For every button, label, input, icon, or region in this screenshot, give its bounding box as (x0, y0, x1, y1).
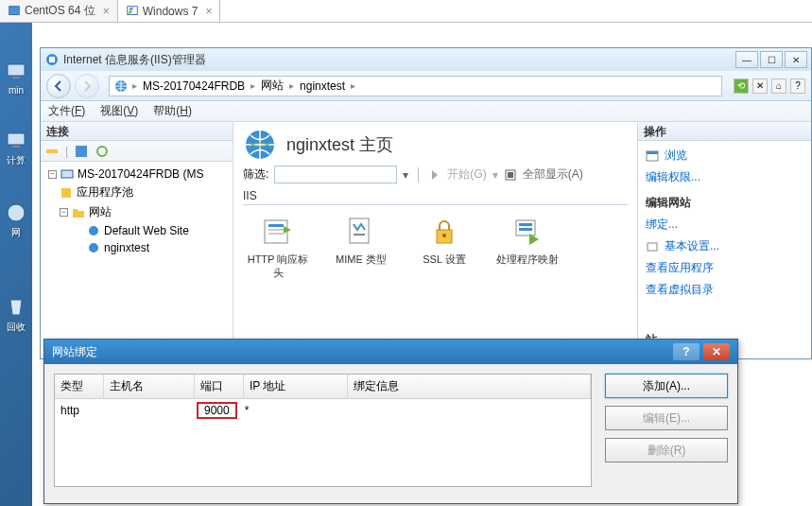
close-button[interactable]: ✕ (785, 51, 807, 68)
tree-node-nginxtest[interactable]: + nginxtest (44, 239, 229, 256)
svg-point-6 (8, 204, 25, 221)
action-edit-permissions[interactable]: 编辑权限... (646, 166, 803, 188)
chevron-right-icon: ▸ (351, 80, 355, 91)
collapse-icon[interactable]: − (48, 170, 57, 179)
desktop-icon[interactable]: 计算 (2, 130, 30, 167)
forward-button[interactable] (75, 74, 99, 98)
connections-toolbar: | (41, 141, 233, 162)
action-group-edit-site: 编辑网站 (646, 192, 803, 214)
tree-label: MS-20170424FRDB (MS (78, 167, 203, 181)
globe-icon (243, 128, 277, 162)
tree-node-apppools[interactable]: 应用程序池 (44, 183, 229, 202)
breadcrumb-item[interactable]: nginxtest (298, 79, 347, 93)
actions-panel: 操作 浏览 编辑权限... 编辑网站 绑定... 基本设置... (637, 122, 811, 358)
mime-icon (344, 215, 378, 249)
action-browse[interactable]: 浏览 (646, 145, 803, 166)
close-icon[interactable]: × (103, 5, 110, 18)
page-title: nginxtest 主页 (286, 133, 393, 156)
http-headers-icon (261, 215, 295, 249)
vm-tab-centos[interactable]: CentOS 64 位 × (0, 0, 118, 22)
collapse-icon[interactable]: − (60, 208, 68, 217)
svg-rect-25 (354, 234, 365, 236)
showall-icon (504, 168, 517, 182)
dialog-help-button[interactable]: ? (673, 343, 700, 360)
col-port[interactable]: 端口 (195, 375, 244, 398)
dialog-close-button[interactable]: ✕ (703, 343, 730, 360)
action-bindings[interactable]: 绑定... (646, 214, 803, 236)
dropdown-icon[interactable]: ▾ (403, 168, 408, 182)
dialog-titlebar[interactable]: 网站绑定 ? ✕ (44, 340, 737, 364)
connect-icon[interactable] (44, 144, 60, 159)
svg-rect-5 (12, 146, 20, 148)
edit-button[interactable]: 编辑(E)... (605, 406, 728, 430)
action-view-apps[interactable]: 查看应用程序 (646, 257, 803, 279)
showall-label[interactable]: 全部显示(A) (523, 166, 583, 183)
col-host[interactable]: 主机名 (104, 375, 195, 398)
action-view-vdirs[interactable]: 查看虚拟目录 (646, 279, 803, 301)
feature-label: SSL 设置 (411, 253, 477, 266)
add-button[interactable]: 添加(A)... (605, 374, 728, 398)
col-ip[interactable]: IP 地址 (244, 375, 348, 398)
action-basic-settings[interactable]: 基本设置... (646, 236, 803, 257)
tree-label: nginxtest (104, 241, 149, 254)
close-icon[interactable]: × (205, 5, 212, 18)
back-button[interactable] (46, 74, 71, 98)
desktop-icon[interactable]: 回收 (2, 296, 30, 334)
minimize-button[interactable]: — (735, 51, 758, 68)
cell-type: http (55, 402, 104, 419)
tree-label: 网站 (89, 204, 112, 220)
vm-tab-bar: CentOS 64 位 × Windows 7 × (0, 0, 812, 23)
sep-icon: | (65, 145, 68, 158)
cell-port-highlighted: 9000 (197, 402, 237, 419)
svg-rect-19 (508, 172, 513, 178)
tree-node-sites[interactable]: − 网站 (44, 202, 229, 222)
col-type[interactable]: 类型 (55, 375, 104, 398)
menu-file[interactable]: 文件(F) (48, 103, 85, 119)
chevron-right-icon: ▸ (251, 80, 255, 91)
tree-node-server[interactable]: − MS-20170424FRDB (MS (44, 166, 229, 183)
feature-mime[interactable]: MIME 类型 (328, 215, 394, 280)
home-button[interactable]: ⌂ (771, 79, 786, 94)
chevron-right-icon: ▸ (289, 80, 294, 91)
globe-icon (87, 224, 100, 237)
stop-button[interactable]: ✕ (752, 79, 768, 94)
browse-icon (646, 149, 659, 163)
feature-handler-mappings[interactable]: 处理程序映射 (494, 215, 561, 280)
col-info[interactable]: 绑定信息 (348, 375, 591, 398)
maximize-button[interactable]: ☐ (760, 51, 783, 68)
feature-ssl[interactable]: SSL 设置 (411, 215, 477, 280)
help-button[interactable]: ? (790, 79, 805, 94)
menu-help[interactable]: 帮助(H) (153, 103, 192, 119)
refresh-icon[interactable] (95, 144, 110, 159)
feature-http-headers[interactable]: HTTP 响应标头 (245, 215, 311, 280)
remove-button[interactable]: 删除(R) (605, 438, 728, 462)
titlebar[interactable]: Internet 信息服务(IIS)管理器 — ☐ ✕ (41, 48, 811, 71)
svg-rect-29 (519, 223, 532, 226)
vm-tab-windows[interactable]: Windows 7 × (118, 0, 221, 22)
breadcrumb[interactable]: ▸ MS-20170424FRDB ▸ 网站 ▸ nginxtest ▸ (109, 76, 722, 96)
feature-label: MIME 类型 (328, 253, 394, 266)
breadcrumb-item[interactable]: 网站 (259, 78, 285, 94)
svg-point-27 (442, 234, 446, 237)
breadcrumb-item[interactable]: MS-20170424FRDB (141, 79, 247, 93)
filter-input[interactable] (274, 166, 397, 183)
desktop-icon[interactable]: min (2, 61, 30, 96)
connections-panel: 连接 | − MS-20170424FRDB (MS 应用程序池 − (41, 122, 233, 358)
table-row[interactable]: http 9000 * (55, 399, 591, 422)
desktop-icon[interactable]: 网 (2, 201, 30, 239)
save-icon[interactable] (74, 144, 89, 159)
menu-view[interactable]: 视图(V) (100, 103, 138, 119)
bindings-table[interactable]: 类型 主机名 端口 IP 地址 绑定信息 http 9000 * (54, 374, 592, 487)
refresh-button[interactable]: ⟲ (734, 79, 749, 94)
vm-icon (126, 5, 139, 18)
svg-rect-0 (9, 6, 20, 14)
svg-rect-13 (61, 170, 73, 178)
dropdown-icon[interactable]: ▾ (492, 168, 498, 182)
vm-tab-label: CentOS 64 位 (25, 3, 95, 19)
svg-rect-33 (648, 243, 657, 251)
globe-icon (87, 241, 100, 254)
cell-info (334, 402, 591, 419)
chevron-right-icon: ▸ (132, 80, 137, 91)
table-header-row: 类型 主机名 端口 IP 地址 绑定信息 (55, 375, 591, 399)
tree-node-defaultsite[interactable]: + Default Web Site (44, 222, 229, 239)
